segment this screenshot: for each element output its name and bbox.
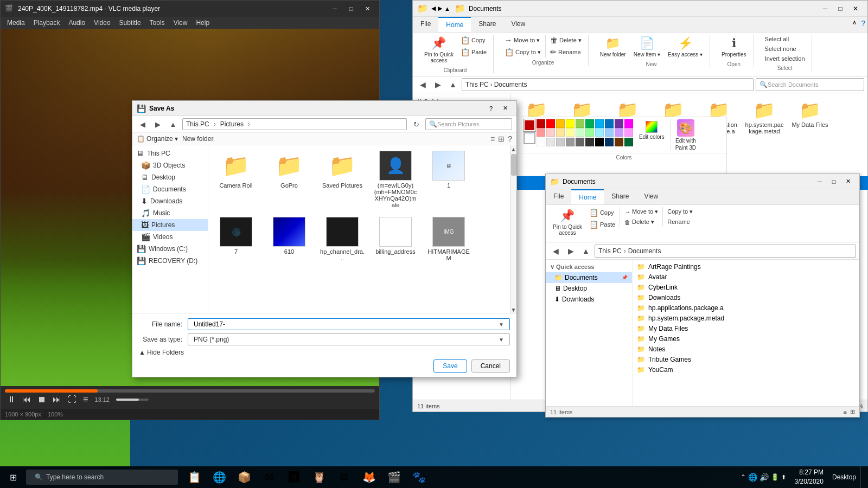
color-baby-blue[interactable]: [605, 128, 614, 137]
dialog-up-btn[interactable]: ▲: [167, 118, 179, 130]
docs-front-address[interactable]: This PC › Documents: [595, 245, 856, 258]
select-all-btn[interactable]: Select all: [763, 35, 807, 43]
rename-btn[interactable]: ✏ Rename: [548, 47, 584, 57]
docs-front-sidebar-desktop[interactable]: 🖥 Desktop: [546, 283, 632, 294]
vlc-prev-btn[interactable]: ⏮: [20, 394, 33, 406]
dialog-sidebar-windows-c[interactable]: 💾 Windows (C:): [132, 243, 208, 255]
vlc-menu-tools[interactable]: Tools: [145, 17, 169, 29]
dialog-sidebar-pictures[interactable]: 🖼 Pictures: [132, 219, 208, 231]
docs-back-forward-btn[interactable]: ▶: [431, 78, 444, 91]
color-light-blue[interactable]: [595, 119, 604, 128]
color2-swatch[interactable]: [524, 132, 535, 144]
color-brown[interactable]: [615, 138, 623, 146]
vlc-maximize-btn[interactable]: □: [343, 3, 359, 14]
docs-front-sidebar-documents[interactable]: 📁 Documents 📌: [546, 272, 632, 283]
docs-back-nav-left[interactable]: ◀: [431, 5, 436, 12]
docs-front-file-cyberlink[interactable]: 📁CyberLink: [635, 282, 857, 292]
docs-front-tab-view[interactable]: View: [636, 189, 666, 204]
filename-input-container[interactable]: ▼: [188, 318, 510, 330]
dialog-file-image-1[interactable]: 🖥 1: [424, 149, 473, 210]
ribbon-tab-share[interactable]: Share: [471, 17, 503, 32]
dialog-forward-btn[interactable]: ▶: [152, 118, 164, 130]
new-item-btn[interactable]: 📄 New item ▾: [631, 35, 663, 59]
save-button[interactable]: Save: [433, 359, 467, 373]
dialog-sidebar-recovery-d[interactable]: 💾 RECOVERY (D:): [132, 255, 208, 267]
vlc-extended-btn[interactable]: ≡: [81, 394, 90, 406]
taskbar-vlc-btn[interactable]: 🎬: [382, 466, 406, 488]
vlc-menu-video[interactable]: Video: [90, 17, 114, 29]
ribbon-tab-file[interactable]: File: [413, 17, 438, 32]
docs-front-file-mydata[interactable]: 📁My Data Files: [635, 324, 857, 333]
docs-front-back[interactable]: ◀: [549, 245, 562, 258]
docs-front-file-tribute[interactable]: 📁Tribute Games: [635, 355, 857, 364]
taskbar-store-btn[interactable]: 📦: [232, 466, 256, 488]
dialog-sidebar-music[interactable]: 🎵 Music: [132, 207, 208, 219]
docs-front-file-mygames[interactable]: 📁My Games: [635, 334, 857, 344]
copy-to-btn[interactable]: 📋 Copy to ▾: [502, 47, 543, 57]
docs-front-maximize[interactable]: □: [827, 176, 841, 187]
docs-front-copyto-btn[interactable]: Copy to ▾: [665, 207, 695, 216]
docs-front-close[interactable]: ✕: [841, 176, 855, 187]
docs-front-sidebar-downloads[interactable]: ⬇ Downloads: [546, 294, 632, 305]
dialog-close-btn[interactable]: ✕: [498, 103, 512, 114]
color-mid-gray[interactable]: [566, 138, 575, 146]
docs-front-delete-btn[interactable]: 🗑 Delete ▾: [622, 217, 660, 227]
dialog-scroll-thumb[interactable]: [511, 154, 516, 176]
color-navy[interactable]: [605, 138, 614, 146]
color1-swatch[interactable]: [524, 119, 535, 131]
file-mydata[interactable]: 📁My Data Files: [788, 98, 832, 137]
dialog-sidebar-scrollbar[interactable]: [132, 145, 136, 313]
dialog-sidebar-desktop[interactable]: 🖥 Desktop: [132, 171, 208, 183]
taskbar-mail-btn[interactable]: ✉: [257, 466, 281, 488]
dialog-sidebar-documents[interactable]: 📄 Documents: [132, 183, 208, 195]
docs-back-search[interactable]: 🔍 Search Documents: [756, 78, 864, 91]
edit-with-paint3d-btn[interactable]: 🎨 Edit with Paint 3D: [671, 119, 696, 151]
docs-front-file-downloads[interactable]: 📁Downloads: [635, 293, 857, 303]
savetype-input-container[interactable]: PNG (*.png) ▼: [188, 333, 510, 345]
color-purple[interactable]: [615, 119, 623, 128]
ribbon-help-btn[interactable]: ?: [859, 17, 867, 32]
taskbar-volume-icon[interactable]: 🔊: [760, 473, 769, 481]
dialog-file-saved-pictures[interactable]: 📁 Saved Pictures: [318, 149, 367, 210]
taskbar-task-view-btn[interactable]: 📋: [182, 466, 206, 488]
dialog-sidebar-this-pc[interactable]: 🖥 This PC: [132, 147, 208, 159]
taskbar-app7[interactable]: ⚙: [332, 466, 356, 488]
ribbon-tab-home[interactable]: Home: [438, 17, 471, 32]
color-pink-light[interactable]: [537, 128, 545, 137]
docs-front-tab-home[interactable]: Home: [571, 189, 604, 204]
color-black[interactable]: [595, 138, 604, 146]
docs-back-back-btn[interactable]: ◀: [416, 78, 429, 91]
docs-back-maximize[interactable]: □: [833, 3, 848, 14]
properties-btn[interactable]: ℹ Properties: [719, 35, 749, 59]
invert-selection-btn[interactable]: Invert selection: [763, 54, 807, 63]
taskbar-battery-icon[interactable]: 🔋: [771, 473, 779, 481]
docs-front-pin-btn[interactable]: 📌 Pin to Quickaccess: [550, 207, 585, 237]
vlc-next-btn[interactable]: ⏭: [50, 394, 63, 406]
hide-folders-btn[interactable]: ▲ Hide Folders: [139, 349, 510, 356]
color-white[interactable]: [537, 138, 545, 146]
easy-access-btn[interactable]: ⚡ Easy access ▾: [665, 35, 705, 59]
docs-back-nav-right[interactable]: ▶: [438, 5, 442, 12]
dialog-view-list-btn[interactable]: ≡: [490, 134, 495, 143]
color-yellow-light[interactable]: [566, 128, 575, 137]
dialog-refresh-btn[interactable]: ↻: [410, 118, 422, 130]
dialog-organize-btn[interactable]: 📋 Organize ▾: [137, 135, 178, 143]
color-light-mint[interactable]: [585, 128, 594, 137]
docs-back-close[interactable]: ✕: [848, 3, 863, 14]
dialog-view-grid-btn[interactable]: ⊞: [498, 134, 505, 143]
color-red[interactable]: [546, 119, 555, 128]
taskbar-clock[interactable]: 8:27 PM 3/20/2020: [790, 468, 828, 486]
vlc-stop-btn[interactable]: ⏹: [35, 394, 48, 406]
docs-front-file-notes[interactable]: 📁Notes: [635, 344, 857, 354]
edit-colors-btn[interactable]: Edit colors: [637, 119, 666, 151]
color-forest[interactable]: [624, 138, 633, 146]
dialog-file-hitmari[interactable]: IMG HITMARIMAGEM: [424, 215, 473, 264]
copy-btn[interactable]: 📋 Copy: [458, 35, 489, 46]
vlc-pause-btn[interactable]: ⏸: [5, 394, 18, 406]
taskbar-search-box[interactable]: 🔍 Type here to search: [26, 470, 178, 485]
dialog-new-folder-btn[interactable]: New folder: [182, 135, 213, 143]
vlc-fullscreen-btn[interactable]: ⛶: [66, 394, 79, 406]
dialog-sidebar-3d-objects[interactable]: 📦 3D Objects: [132, 159, 208, 171]
vlc-menu-view[interactable]: View: [169, 17, 192, 29]
docs-front-file-hp2[interactable]: 📁hp.system.package.metad: [635, 313, 857, 323]
